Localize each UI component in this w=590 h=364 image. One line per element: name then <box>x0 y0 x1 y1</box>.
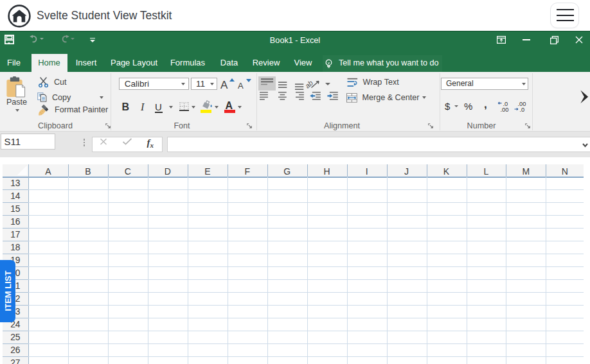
svg-text:.0: .0 <box>520 107 525 112</box>
svg-text:.00: .00 <box>501 107 509 112</box>
svg-text:.0: .0 <box>503 101 508 107</box>
svg-text:.00: .00 <box>518 101 526 107</box>
